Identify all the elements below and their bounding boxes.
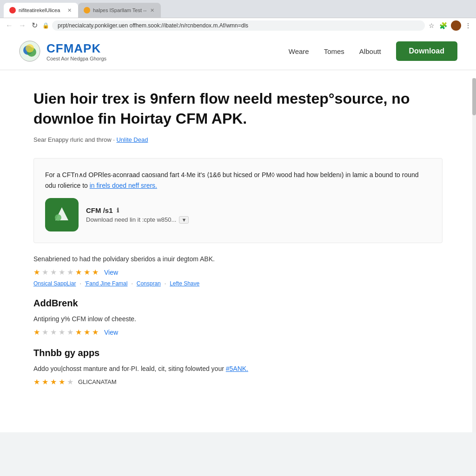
- app-download-text: Download need lin it :cpte w850...: [86, 216, 176, 223]
- dropdown-arrow[interactable]: ▼: [179, 216, 189, 224]
- nav-links: Weare Tomes Alboutt Download: [289, 41, 457, 61]
- forward-button[interactable]: →: [17, 20, 28, 31]
- star-empty-1: ★: [42, 268, 48, 277]
- tag-sep-2: ·: [131, 280, 132, 287]
- section1-desc: Senabriened to had the polvidary sberido…: [33, 254, 443, 264]
- app-icon-box: [45, 198, 79, 231]
- s2-star-empty-2: ★: [50, 328, 57, 337]
- s3-star-4: ★: [59, 377, 65, 386]
- main-content: Uien hoir trex is 9nfern flow neeld mest…: [15, 70, 461, 399]
- svg-point-3: [26, 44, 34, 53]
- logo-text-area: CFMAPK Coest Aor Nedgpa Ghorgs: [46, 41, 106, 61]
- app-logo-svg: [51, 204, 73, 226]
- section3-title: Thnbb gy apps: [33, 348, 443, 358]
- reviewer-name: GLICANATAM: [78, 378, 117, 385]
- star-empty-4: ★: [67, 268, 73, 277]
- logo-icon: [19, 40, 41, 62]
- star-empty-3: ★: [59, 268, 65, 277]
- app-info-row: CFM /s1 ℹ Download need lin it :cpte w85…: [45, 198, 431, 231]
- s2-star-filled-4: ★: [92, 328, 99, 337]
- section2-view-link[interactable]: View: [104, 329, 118, 336]
- s2-star-filled-1: ★: [33, 328, 40, 337]
- app-download-line: Download need lin it :cpte w850... ▼: [86, 216, 431, 224]
- scrollbar-thumb[interactable]: [472, 78, 476, 115]
- s2-star-empty-1: ★: [42, 328, 48, 337]
- nav-buttons: ← → ↻: [4, 20, 40, 31]
- tab-favicon: [9, 7, 16, 13]
- section3-stars: ★ ★ ★ ★ ★ GLICANATAM: [33, 377, 443, 386]
- active-tab[interactable]: nifiteatirekelUlicea ✕: [4, 3, 78, 18]
- tag-link-4[interactable]: Lefte Shave: [170, 280, 199, 287]
- inactive-tab[interactable]: halpes ISparllam Test -- ✕: [78, 3, 161, 18]
- logo-subtitle: Coest Aor Nedgpa Ghorgs: [46, 56, 106, 61]
- s2-star-filled-2: ★: [75, 328, 82, 337]
- logo-area: CFMAPK Coest Aor Nedgpa Ghorgs: [19, 40, 106, 62]
- bookmark-button[interactable]: ☆: [428, 21, 436, 30]
- scrollbar-track: [472, 78, 476, 432]
- section2-desc: Antipring y% CFM inlow of cheeste.: [33, 314, 443, 324]
- tab-label-2: halpes ISparllam Test --: [93, 7, 146, 13]
- hero-subtitle-text: Sear Enappy rluric and throw ·: [33, 136, 116, 143]
- section1-view-link[interactable]: View: [104, 269, 118, 276]
- reload-button[interactable]: ↻: [30, 20, 40, 31]
- user-avatar[interactable]: [451, 20, 461, 31]
- description-link[interactable]: in firels doed neff srers.: [90, 182, 157, 189]
- tag-link-3[interactable]: Conspran: [137, 280, 161, 287]
- site-navbar: CFMAPK Coest Aor Nedgpa Ghorgs Weare Tom…: [0, 33, 476, 70]
- star-filled-1: ★: [33, 268, 40, 277]
- page-content: CFMAPK Coest Aor Nedgpa Ghorgs Weare Tom…: [0, 33, 476, 432]
- app-info-text: CFM /s1 ℹ Download need lin it :cpte w85…: [86, 206, 431, 224]
- browser-actions: ☆ 🧩 ⋮: [428, 20, 472, 31]
- star-filled-4: ★: [92, 268, 99, 277]
- address-input[interactable]: [52, 20, 425, 31]
- tag-sep-1: ·: [79, 280, 81, 287]
- s2-star-filled-3: ★: [84, 328, 90, 337]
- logo-title: CFMAPK: [46, 41, 106, 56]
- tab-close-button-2[interactable]: ✕: [149, 7, 155, 13]
- description-text: For a CFTn∧d OPRles·aconraad caosıand fa…: [45, 170, 431, 191]
- tag-sep-3: ·: [165, 280, 166, 287]
- description-block: For a CFTn∧d OPRles·aconraad caosıand fa…: [33, 158, 443, 243]
- star-filled-3: ★: [84, 268, 90, 277]
- nav-link-aboutt[interactable]: Alboutt: [359, 47, 381, 55]
- tab-label: nifiteatirekelUlicea: [19, 7, 64, 13]
- s2-star-empty-4: ★: [67, 328, 73, 337]
- tab-favicon-2: [84, 7, 90, 13]
- nav-link-tomes[interactable]: Tomes: [324, 47, 344, 55]
- s2-star-empty-3: ★: [59, 328, 65, 337]
- tag-link-1[interactable]: Onsical SappLiar: [33, 280, 76, 287]
- menu-button[interactable]: ⋮: [464, 21, 472, 30]
- app-name-row: CFM /s1 ℹ: [86, 206, 431, 214]
- star-empty-2: ★: [50, 268, 57, 277]
- hero-subtitle-link[interactable]: Unlite Dead: [116, 136, 148, 143]
- extension-button[interactable]: 🧩: [438, 21, 448, 30]
- hero-subtitle: Sear Enappy rluric and throw · Unlite De…: [33, 136, 443, 143]
- download-button[interactable]: Download: [396, 41, 457, 61]
- section3-desc-start: Addo you|chosst manture and for·PI. leal…: [33, 365, 226, 372]
- lock-icon: 🔒: [42, 22, 49, 29]
- svg-point-6: [55, 214, 61, 221]
- back-button[interactable]: ←: [4, 20, 15, 31]
- address-bar-row: ← → ↻ 🔒 ☆ 🧩 ⋮: [0, 18, 476, 33]
- app-name: CFM /s1: [86, 206, 113, 214]
- section3-desc: Addo you|chosst manture and for·PI. leal…: [33, 364, 443, 374]
- s3-star-3: ★: [50, 377, 57, 386]
- section1-stars: ★ ★ ★ ★ ★ ★ ★ ★ View: [33, 268, 443, 277]
- section2-stars: ★ ★ ★ ★ ★ ★ ★ ★ View: [33, 328, 443, 337]
- hero-title: Uien hoir trex is 9nfern flow neeld mest…: [33, 89, 443, 129]
- s3-star-2: ★: [42, 377, 48, 386]
- star-filled-2: ★: [75, 268, 82, 277]
- tag-link-2[interactable]: 'Fand Jine Famal: [85, 280, 128, 287]
- tags-row: Onsical SappLiar · 'Fand Jine Famal · Co…: [33, 280, 443, 287]
- s3-star-5: ★: [67, 377, 73, 386]
- section3-desc-link[interactable]: #5ANK.: [226, 365, 248, 372]
- info-icon: ℹ: [117, 207, 119, 214]
- tab-close-button[interactable]: ✕: [66, 7, 73, 13]
- nav-link-weare[interactable]: Weare: [289, 47, 309, 55]
- section2-title: AddBrenk: [33, 298, 443, 309]
- s3-star-1: ★: [33, 377, 40, 386]
